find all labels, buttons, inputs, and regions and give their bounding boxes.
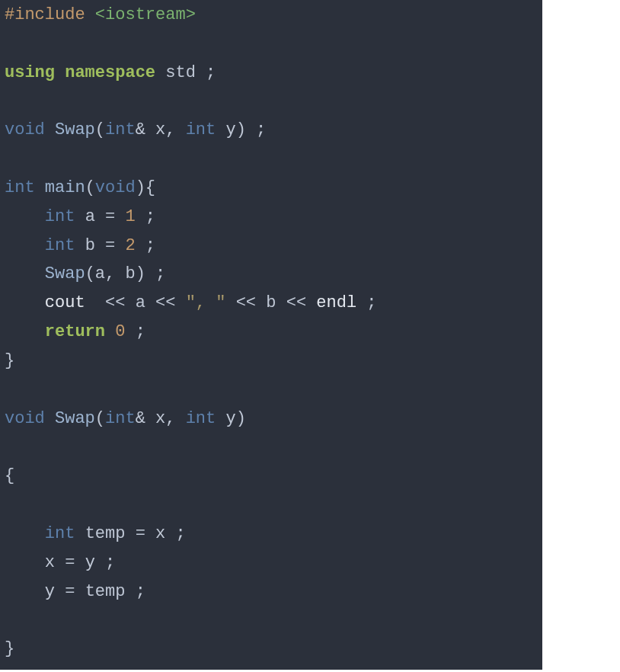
punct-token: (: [85, 178, 95, 197]
code-line: void Swap(int& x, int y): [5, 409, 246, 428]
header-token: <iostream>: [95, 5, 196, 24]
punct-token: ;: [155, 264, 165, 283]
operator-token: <<: [236, 293, 256, 312]
punct-token: ): [136, 178, 145, 197]
punct-token: ;: [206, 63, 216, 82]
type-token: void: [95, 178, 136, 197]
function-token: Swap: [55, 409, 95, 428]
code-editor: #include <iostream> using namespace std …: [0, 0, 542, 670]
function-token: main: [45, 178, 85, 197]
number-token: 1: [125, 207, 135, 226]
punct-token: (: [85, 264, 95, 283]
punct-token: =: [65, 553, 75, 572]
punct-token: ;: [175, 524, 185, 543]
punct-token: =: [65, 582, 75, 601]
code-line: int a = 1 ;: [5, 207, 155, 226]
code-line: return 0 ;: [5, 322, 145, 341]
punct-token: ,: [105, 264, 115, 283]
identifier-token: std: [165, 63, 196, 82]
identifier-token: endl: [316, 293, 356, 312]
number-token: 2: [125, 236, 135, 255]
punct-token: ;: [366, 293, 376, 312]
code-line: int temp = x ;: [5, 524, 186, 543]
code-line: using namespace std ;: [5, 63, 216, 82]
keyword-token: namespace: [65, 63, 155, 82]
type-token: int: [186, 409, 216, 428]
punct-token: ): [236, 409, 246, 428]
type-token: int: [186, 120, 216, 139]
code-line: {: [5, 466, 14, 485]
code-line: int main(void){: [5, 178, 155, 197]
code-line: cout << a << ", " << b << endl ;: [5, 293, 377, 312]
code-line: x = y ;: [5, 553, 115, 572]
type-token: void: [5, 120, 45, 139]
punct-token: =: [105, 207, 115, 226]
type-token: void: [5, 409, 45, 428]
punct-token: &: [136, 120, 145, 139]
keyword-token: return: [45, 322, 105, 341]
identifier-token: temp: [85, 524, 126, 543]
code-line: Swap(a, b) ;: [5, 264, 165, 283]
string-token: ", ": [186, 293, 226, 312]
identifier-token: y: [85, 553, 95, 572]
identifier-token: b: [85, 236, 95, 255]
identifier-token: temp: [85, 582, 126, 601]
punct-token: {: [145, 178, 155, 197]
code-line: }: [5, 351, 14, 370]
type-token: int: [105, 120, 136, 139]
identifier-token: y: [45, 582, 55, 601]
punct-token: ,: [165, 409, 175, 428]
identifier-token: b: [266, 293, 276, 312]
punct-token: ;: [145, 207, 155, 226]
identifier-token: x: [155, 120, 165, 139]
punct-token: ;: [136, 582, 145, 601]
identifier-token: a: [95, 264, 105, 283]
punct-token: (: [95, 409, 105, 428]
code-line: #include <iostream>: [5, 5, 196, 24]
operator-token: <<: [155, 293, 175, 312]
function-token: Swap: [45, 264, 85, 283]
identifier-token: y: [225, 120, 235, 139]
code-line: }: [5, 639, 14, 658]
punct-token: ;: [105, 553, 115, 572]
identifier-token: y: [225, 409, 235, 428]
punct-token: =: [105, 236, 115, 255]
type-token: int: [45, 524, 75, 543]
type-token: int: [45, 207, 75, 226]
code-line: y = temp ;: [5, 582, 145, 601]
punct-token: &: [136, 409, 145, 428]
identifier-token: cout: [45, 293, 85, 312]
punct-token: }: [5, 351, 14, 370]
identifier-token: x: [155, 524, 165, 543]
punct-token: ;: [136, 322, 145, 341]
identifier-token: x: [45, 553, 55, 572]
punct-token: ;: [256, 120, 266, 139]
identifier-token: x: [155, 409, 165, 428]
punct-token: }: [5, 639, 14, 658]
punct-token: (: [95, 120, 105, 139]
code-line: int b = 2 ;: [5, 236, 155, 255]
code-line: void Swap(int& x, int y) ;: [5, 120, 266, 139]
number-token: 0: [115, 322, 125, 341]
identifier-token: a: [85, 207, 95, 226]
identifier-token: b: [125, 264, 135, 283]
operator-token: <<: [105, 293, 125, 312]
operator-token: <<: [286, 293, 306, 312]
function-token: Swap: [55, 120, 95, 139]
keyword-token: using: [5, 63, 55, 82]
punct-token: ): [236, 120, 246, 139]
identifier-token: a: [136, 293, 145, 312]
punct-token: {: [5, 466, 14, 485]
type-token: int: [45, 236, 75, 255]
punct-token: ,: [165, 120, 175, 139]
punct-token: =: [136, 524, 145, 543]
punct-token: ;: [145, 236, 155, 255]
type-token: int: [5, 178, 35, 197]
punct-token: ): [136, 264, 145, 283]
type-token: int: [105, 409, 136, 428]
preprocessor-token: #include: [5, 5, 85, 24]
